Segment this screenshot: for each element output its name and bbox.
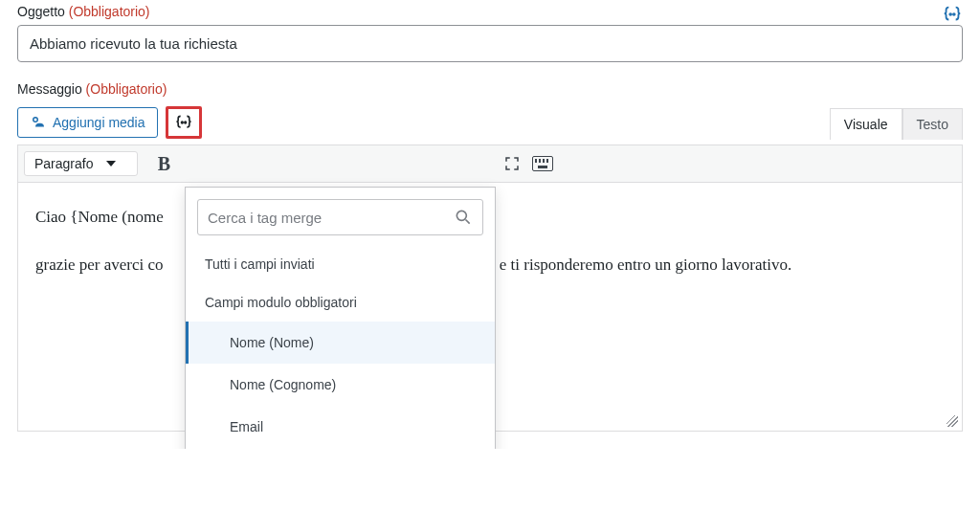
dropdown-section-all-fields[interactable]: Tutti i campi inviati xyxy=(186,245,495,283)
merge-tag-search-input[interactable] xyxy=(208,210,454,226)
svg-point-4 xyxy=(184,122,186,123)
merge-tag-icon[interactable] xyxy=(942,4,963,25)
resize-handle[interactable] xyxy=(945,413,958,427)
svg-point-0 xyxy=(949,13,951,15)
subject-label: Oggetto (Obbligatorio) xyxy=(17,4,963,19)
message-required-badge: (Obbligatorio) xyxy=(86,81,167,97)
fullscreen-button[interactable] xyxy=(498,149,526,178)
editor-toolbar: Paragrafo B xyxy=(17,144,963,183)
merge-tag-search[interactable] xyxy=(197,199,483,235)
merge-tag-dropdown: Tutti i campi inviati Campi modulo obbli… xyxy=(185,187,496,449)
paragraph-format-select[interactable]: Paragrafo xyxy=(24,151,138,176)
merge-tag-button[interactable] xyxy=(166,106,202,139)
editor-above-toolbar: Aggiungi media Visuale Testo xyxy=(17,106,963,139)
add-media-label: Aggiungi media xyxy=(53,115,145,130)
keyboard-icon xyxy=(532,156,553,171)
subject-required-badge: (Obbligatorio) xyxy=(69,4,150,19)
tab-visual[interactable]: Visuale xyxy=(830,108,902,140)
dropdown-section-required-fields: Campi modulo obbligatori xyxy=(186,283,495,322)
editor-mode-tabs: Visuale Testo xyxy=(830,108,963,140)
merge-tag-icon xyxy=(174,113,193,132)
chevron-down-icon xyxy=(106,161,116,167)
fullscreen-icon xyxy=(503,155,521,172)
message-label: Messaggio (Obbligatorio) xyxy=(17,81,963,97)
add-media-button[interactable]: Aggiungi media xyxy=(17,107,158,138)
merge-tag-item-email[interactable]: Email xyxy=(186,406,495,448)
subject-input[interactable] xyxy=(17,25,963,62)
svg-point-3 xyxy=(181,122,183,123)
svg-line-6 xyxy=(466,220,470,224)
bold-button[interactable]: B xyxy=(149,149,178,178)
search-icon xyxy=(454,208,473,227)
svg-point-1 xyxy=(953,13,955,15)
merge-tag-item-name-first[interactable]: Nome (Nome) xyxy=(186,322,495,364)
media-icon xyxy=(30,114,47,131)
merge-tag-item-name-last[interactable]: Nome (Cognome) xyxy=(186,364,495,406)
svg-point-5 xyxy=(457,211,466,220)
keyboard-button[interactable] xyxy=(528,149,557,178)
tab-text[interactable]: Testo xyxy=(902,108,963,140)
svg-point-2 xyxy=(33,118,38,122)
